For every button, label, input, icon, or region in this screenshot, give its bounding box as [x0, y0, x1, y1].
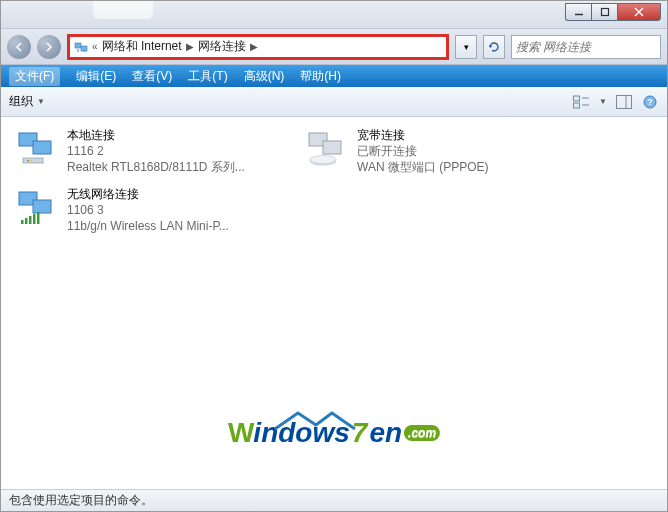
svg-point-24 — [310, 156, 336, 164]
maximize-button[interactable] — [591, 3, 617, 21]
window-titlebar — [1, 1, 667, 29]
svg-rect-12 — [617, 95, 632, 108]
breadcrumb-item-2[interactable]: 网络连接 — [198, 38, 246, 55]
svg-rect-26 — [33, 200, 51, 213]
minimize-button[interactable] — [565, 3, 591, 21]
svg-rect-8 — [574, 96, 580, 101]
dialup-off-icon — [305, 127, 349, 171]
chevron-right-icon: ▶ — [186, 41, 194, 52]
connection-item-broadband[interactable]: 宽带连接 已断开连接 WAN 微型端口 (PPPOE) — [305, 127, 555, 176]
svg-rect-19 — [27, 160, 29, 162]
preview-pane-button[interactable] — [615, 93, 633, 111]
search-box[interactable] — [511, 35, 661, 59]
menu-advanced[interactable]: 高级(N) — [244, 68, 285, 85]
titlebar-decor — [93, 1, 153, 19]
svg-rect-20 — [30, 160, 32, 162]
watermark-en: en — [369, 417, 402, 449]
wifi-icon — [15, 186, 59, 230]
roof-icon — [270, 407, 360, 433]
svg-rect-28 — [25, 218, 28, 224]
help-button[interactable]: ? — [641, 93, 659, 111]
item-line3: Realtek RTL8168D/8111D 系列... — [67, 159, 245, 175]
item-line2: 已断开连接 — [357, 143, 489, 159]
menu-file[interactable]: 文件(F) — [9, 67, 60, 86]
view-options-button[interactable] — [573, 93, 591, 111]
breadcrumb[interactable]: « 网络和 Internet ▶ 网络连接 ▶ — [67, 34, 449, 60]
svg-rect-1 — [601, 9, 608, 16]
toolbar-left: 组织 ▼ — [9, 93, 45, 110]
item-line2: 1106 3 — [67, 202, 229, 218]
forward-button[interactable] — [37, 35, 61, 59]
items-grid: 本地连接 1116 2 Realtek RTL8168D/8111D 系列...… — [15, 127, 653, 234]
menubar: 文件(F) 编辑(E) 查看(V) 工具(T) 高级(N) 帮助(H) — [1, 65, 667, 87]
address-dropdown-button[interactable]: ▾ — [455, 35, 477, 59]
back-button[interactable] — [7, 35, 31, 59]
toolbar-right: ▼ ? — [573, 93, 659, 111]
watermark-logo: Windows7en.com — [228, 417, 440, 449]
item-title: 宽带连接 — [357, 127, 489, 143]
item-line3: WAN 微型端口 (PPPOE) — [357, 159, 489, 175]
toolbar: 组织 ▼ ▼ ? — [1, 87, 667, 117]
menu-tools[interactable]: 工具(T) — [188, 68, 227, 85]
item-line3: 11b/g/n Wireless LAN Mini-P... — [67, 218, 229, 234]
breadcrumb-overflow-icon[interactable]: « — [92, 41, 98, 52]
statusbar: 包含使用选定项目的命令。 — [1, 489, 667, 511]
close-button[interactable] — [617, 3, 661, 21]
breadcrumb-item-1[interactable]: 网络和 Internet — [102, 38, 182, 55]
svg-rect-27 — [21, 220, 24, 224]
svg-rect-30 — [33, 214, 36, 224]
connection-item-lan[interactable]: 本地连接 1116 2 Realtek RTL8168D/8111D 系列... — [15, 127, 265, 176]
svg-rect-31 — [37, 212, 40, 224]
svg-rect-22 — [323, 141, 341, 154]
svg-rect-9 — [574, 103, 580, 108]
lan-icon — [15, 127, 59, 171]
window-controls — [565, 3, 661, 21]
breadcrumb-icon — [74, 39, 90, 55]
menu-view[interactable]: 查看(V) — [132, 68, 172, 85]
watermark-w: W — [228, 417, 254, 449]
navigation-row: « 网络和 Internet ▶ 网络连接 ▶ ▾ — [1, 29, 667, 65]
svg-rect-5 — [81, 46, 87, 51]
item-title: 无线网络连接 — [67, 186, 229, 202]
chevron-right-icon: ▶ — [250, 41, 258, 52]
svg-rect-18 — [23, 158, 43, 163]
svg-rect-4 — [75, 43, 81, 48]
watermark-com: .com — [404, 425, 440, 441]
svg-text:?: ? — [647, 97, 653, 107]
menu-help[interactable]: 帮助(H) — [300, 68, 341, 85]
search-input[interactable] — [512, 40, 660, 54]
chevron-down-icon[interactable]: ▼ — [37, 97, 45, 106]
item-title: 本地连接 — [67, 127, 245, 143]
svg-rect-29 — [29, 216, 32, 224]
menu-edit[interactable]: 编辑(E) — [76, 68, 116, 85]
organize-button[interactable]: 组织 — [9, 93, 33, 110]
statusbar-text: 包含使用选定项目的命令。 — [9, 492, 153, 509]
refresh-button[interactable] — [483, 35, 505, 59]
connection-item-wifi[interactable]: 无线网络连接 1106 3 11b/g/n Wireless LAN Mini-… — [15, 186, 265, 235]
item-line2: 1116 2 — [67, 143, 245, 159]
svg-rect-17 — [33, 141, 51, 154]
content-area: 本地连接 1116 2 Realtek RTL8168D/8111D 系列...… — [1, 117, 667, 489]
chevron-down-icon[interactable]: ▼ — [599, 97, 607, 106]
